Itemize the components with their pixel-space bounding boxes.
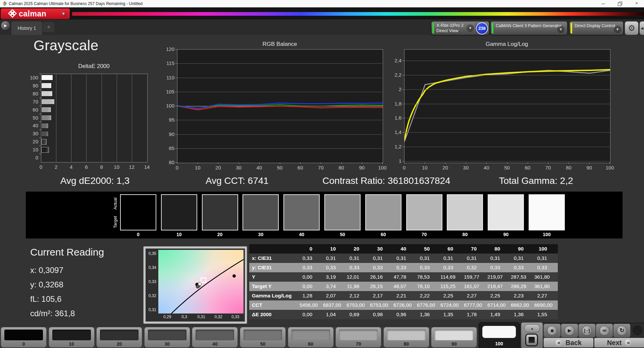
table-cell: 0,31 — [487, 254, 505, 263]
calman-logo-button[interactable]: calman ▼ — [1, 8, 70, 19]
collapse-toolbar-button[interactable]: ◀ — [639, 21, 644, 35]
gridline — [177, 148, 382, 149]
tick-mark — [569, 162, 569, 164]
step-range-button[interactable]: [··] — [578, 324, 596, 338]
meter-dropdown[interactable]: X-Rite i1Pro 2 Direct View ▼ 238 — [431, 21, 489, 35]
table-cell: 0,31 — [346, 254, 365, 263]
loop-icon: ∞ — [599, 326, 609, 336]
tick-mark — [445, 162, 446, 164]
rgb-x-tick: 70 — [316, 165, 326, 170]
deltae-x-tick: 14 — [143, 164, 151, 170]
play-button[interactable]: ▶ — [561, 324, 578, 338]
pattern-fullscreen-button[interactable] — [525, 334, 538, 346]
pattern-tile-label: 90 — [431, 341, 477, 347]
table-cell: 115,25 — [440, 282, 459, 291]
pattern-tile-100-selected[interactable]: 100 — [479, 322, 520, 348]
table-cell: 6837,00 — [323, 300, 341, 310]
gamma-x-tick: 80 — [564, 165, 574, 170]
rgb-y-tick: 110 — [161, 75, 174, 80]
swatch-level-label: 80 — [446, 232, 484, 237]
logo-dropdown-arrow[interactable]: ▼ — [60, 11, 67, 17]
gridline — [404, 161, 610, 161]
swatch-level-label: 70 — [406, 232, 443, 237]
table-cell: 0,33 — [370, 263, 388, 272]
back-button[interactable]: « Back — [543, 338, 594, 348]
table-cell: 0,33 — [417, 263, 435, 272]
pattern-generator-dropdown[interactable]: CalMAN Client 3 Pattern Generator ▼ — [490, 21, 568, 35]
pattern-tile-80[interactable]: 80 — [383, 327, 429, 348]
tick-mark — [198, 162, 198, 164]
table-cell: 26,15 — [370, 282, 388, 291]
tick-mark — [280, 162, 280, 164]
tab-scroll-button[interactable]: ▶ — [1, 21, 10, 30]
tick-mark — [239, 162, 239, 164]
deltae-bar-90 — [41, 83, 52, 88]
gamma-x-tick: 60 — [523, 165, 533, 170]
tick-mark — [402, 61, 404, 61]
table-column-header: 100 — [534, 244, 552, 254]
minimize-button[interactable] — [596, 0, 610, 7]
add-tab-button[interactable]: + — [43, 22, 54, 32]
next-button[interactable]: Next » — [594, 338, 644, 348]
pattern-tile-70[interactable]: 70 — [335, 327, 381, 348]
gamma-chart — [404, 49, 610, 163]
loop-button[interactable]: ∞ — [596, 324, 613, 338]
display-control-dropdown[interactable]: Direct Display Control ▼ — [569, 21, 624, 35]
table-cell: 0,00 — [300, 282, 318, 291]
gridline — [404, 104, 610, 104]
pattern-tile-10[interactable]: 10 — [49, 327, 95, 348]
deltae-x-tick: 6 — [82, 164, 90, 170]
pattern-tile-90[interactable]: 90 — [431, 327, 477, 348]
stop-button[interactable]: ■ — [543, 324, 561, 338]
pattern-tile-20[interactable]: 20 — [96, 327, 142, 348]
cie-y-tick: 0,32 — [146, 293, 156, 298]
tick-mark — [39, 122, 41, 122]
table-cell: 6662,00 — [511, 300, 529, 310]
refresh-button[interactable]: ↻ — [613, 324, 631, 338]
pattern-tile-40[interactable]: 40 — [192, 327, 238, 348]
calman-diamond-icon — [8, 9, 17, 18]
table-cell: 6714,00 — [487, 300, 505, 310]
restore-button[interactable] — [612, 0, 627, 7]
grayscale-swatch-0 — [120, 194, 156, 230]
meter-name: X-Rite i1Pro 2 — [436, 23, 464, 28]
meter-count-badge[interactable]: 238 — [476, 22, 488, 34]
table-cell: 6726,00 — [393, 300, 412, 310]
tick-mark — [39, 146, 41, 146]
reading-line: y: 0,3268 — [30, 280, 63, 289]
deltae-bar-100 — [41, 75, 53, 80]
rgb-x-tick: 60 — [295, 165, 305, 170]
close-button[interactable]: × — [629, 0, 644, 7]
page-title: Grayscale — [34, 38, 99, 54]
pattern-tile-label: 50 — [240, 341, 285, 347]
record-button-disabled — [631, 324, 644, 337]
tick-mark — [175, 106, 177, 106]
deltae-y-tick: 100 — [25, 75, 38, 80]
gridline — [86, 74, 87, 162]
pattern-tile-30[interactable]: 30 — [144, 327, 190, 348]
deltae-x-tick: 4 — [67, 164, 75, 170]
gridline — [71, 74, 71, 162]
table-cell: 0,33 — [346, 263, 365, 272]
tab-history-1[interactable]: History 1 — [11, 21, 42, 35]
meter-mode: Direct View — [436, 28, 464, 33]
pattern-tile-50[interactable]: 50 — [240, 327, 286, 348]
white-point — [233, 274, 236, 277]
settings-button[interactable]: ⚙ — [625, 21, 639, 35]
swatch-level-label: 50 — [324, 232, 361, 237]
pattern-popup-button[interactable]: ▲ — [524, 324, 540, 333]
cie-chromaticity-panel: 0,350,340,330,320,310,290,30,310,320,33 — [143, 246, 247, 324]
table-cell: 2,27 — [534, 291, 552, 300]
rgb-y-tick: 100 — [161, 103, 174, 109]
row-label: ΔE 2000 — [249, 310, 300, 319]
pattern-tile-60[interactable]: 60 — [288, 327, 334, 348]
pattern-tile-0[interactable]: 0 — [1, 327, 47, 348]
table-cell: 361,80 — [534, 282, 552, 291]
table-cell: 0,33 — [300, 263, 318, 272]
table-cell: 47,78 — [393, 272, 412, 282]
table-cell: 6776,00 — [417, 300, 435, 310]
gridline — [404, 132, 610, 133]
deltae-x-tick: 8 — [98, 164, 106, 170]
calman-window: Calman 2025 Calman Ultimate for Business… — [0, 0, 644, 348]
deltae-x-tick: 2 — [52, 164, 60, 170]
